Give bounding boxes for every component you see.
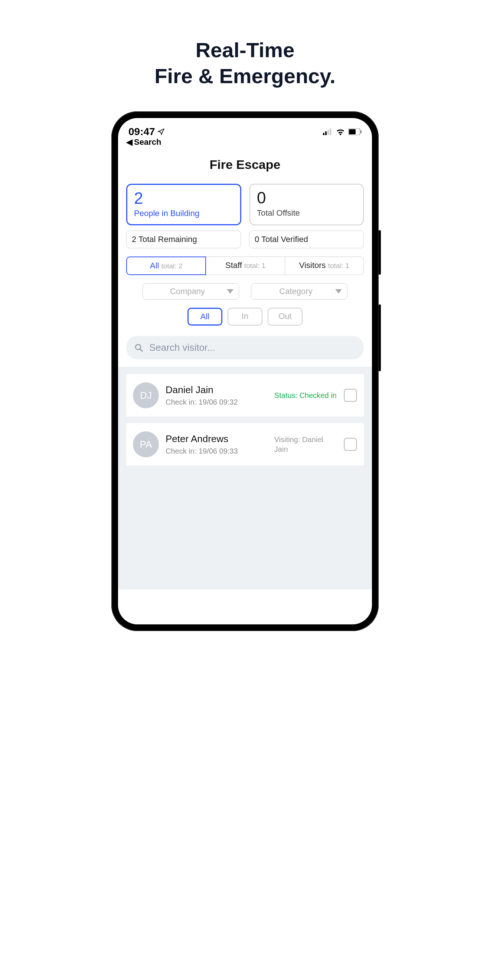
back-triangle-icon: ◀	[126, 137, 132, 147]
segment-all[interactable]: All total: 2	[126, 256, 206, 275]
count-total-remaining[interactable]: 2 Total Remaining	[126, 231, 241, 248]
chevron-down-icon	[227, 289, 234, 294]
back-to-search[interactable]: ◀ Search	[126, 137, 161, 147]
avatar: PA	[133, 431, 159, 457]
svg-rect-5	[349, 129, 356, 134]
person-status: Status: Checked in	[274, 390, 337, 400]
person-checkin: Check in: 19/06 09:32	[165, 397, 268, 407]
wifi-icon	[336, 128, 345, 135]
svg-rect-1	[325, 131, 327, 135]
search-input[interactable]: Search visitor...	[126, 336, 364, 360]
stat-label: Total Offsite	[257, 208, 356, 218]
filter-in[interactable]: In	[228, 308, 262, 326]
search-placeholder: Search visitor...	[149, 342, 215, 353]
page-title: Fire Escape	[126, 158, 364, 172]
person-status: Visiting: Daniel Jain	[274, 435, 337, 454]
stat-total-offsite[interactable]: 0 Total Offsite	[250, 184, 364, 225]
phone-frame: 09:47 ◀ Search Fire Escape 2 People in B…	[111, 111, 379, 631]
people-list: DJ Daniel Jain Check in: 19/06 09:32 Sta…	[118, 367, 372, 590]
svg-rect-0	[323, 133, 325, 135]
status-time: 09:47	[129, 126, 165, 138]
svg-point-7	[135, 345, 141, 350]
person-row[interactable]: DJ Daniel Jain Check in: 19/06 09:32 Sta…	[126, 374, 364, 417]
marketing-title: Real-TimeFire & Emergency.	[0, 37, 490, 89]
phone-side-button	[379, 304, 381, 371]
svg-line-8	[140, 349, 143, 352]
person-name: Peter Andrews	[165, 433, 268, 445]
person-row[interactable]: PA Peter Andrews Check in: 19/06 09:33 V…	[126, 423, 364, 466]
segment-visitors[interactable]: Visitors total: 1	[285, 256, 364, 275]
person-name: Daniel Jain	[165, 384, 268, 396]
location-arrow-icon	[158, 128, 165, 135]
filter-all[interactable]: All	[188, 308, 222, 326]
svg-rect-6	[360, 130, 361, 133]
status-icons	[323, 128, 361, 135]
stat-value: 2	[134, 190, 234, 207]
dropdown-category[interactable]: Category	[251, 283, 347, 299]
chevron-down-icon	[335, 289, 342, 294]
avatar: DJ	[133, 382, 159, 408]
filter-out[interactable]: Out	[268, 308, 302, 326]
search-icon	[134, 344, 143, 352]
segment-control: All total: 2 Staff total: 1 Visitors tot…	[126, 256, 364, 275]
svg-rect-3	[329, 129, 331, 135]
dropdown-company[interactable]: Company	[143, 283, 239, 299]
battery-icon	[348, 129, 361, 135]
segment-staff[interactable]: Staff total: 1	[206, 256, 285, 275]
count-total-verified[interactable]: 0 Total Verified	[249, 231, 364, 248]
verify-checkbox[interactable]	[344, 438, 357, 451]
phone-side-button	[379, 230, 381, 275]
stat-label: People in Building	[134, 208, 234, 218]
stat-people-in-building[interactable]: 2 People in Building	[126, 184, 241, 225]
svg-rect-2	[328, 130, 329, 135]
phone-screen: 09:47 ◀ Search Fire Escape 2 People in B…	[118, 118, 372, 624]
person-checkin: Check in: 19/06 09:33	[165, 446, 268, 456]
signal-icon	[323, 129, 332, 135]
verify-checkbox[interactable]	[344, 389, 357, 402]
stat-value: 0	[257, 190, 356, 206]
